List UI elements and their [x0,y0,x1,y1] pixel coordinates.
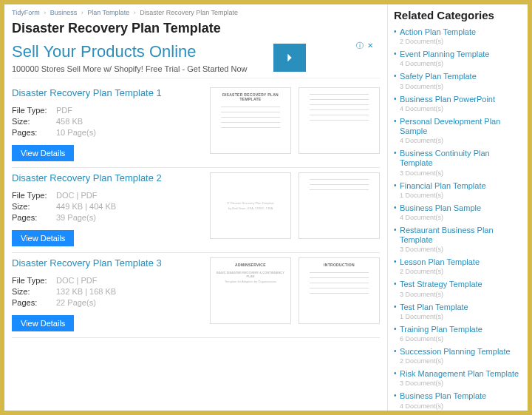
meta-label-filetype: File Type: [12,191,56,200]
category-link[interactable]: Test Plan Template [400,303,522,312]
ad-info-close[interactable]: ⓘ ✕ [356,41,374,51]
category-link[interactable]: Personal Development Plan Sample [400,117,522,136]
sidebar: Related Categories Action Plan Template2… [387,4,528,411]
category-item: Personal Development Plan Sample4 Docume… [394,117,522,144]
meta-value-filetype: DOC | PDF [56,191,97,200]
document-thumbnail[interactable]: DISASTER RECOVERY PLAN TEMPLATE [210,87,291,154]
meta-value-size: 458 KB [56,117,83,126]
category-item: Business Continuity Plan Template3 Docum… [394,149,522,176]
category-count: 2 Document(s) [400,357,522,365]
template-item: Disaster Recovery Plan Template 3 File T… [12,253,380,338]
thumb-text: by Red Team, USA, CRISC, CISA [228,206,273,210]
meta-value-size: 449 KB | 404 KB [56,202,116,211]
document-thumbnail[interactable] [299,172,380,239]
category-count: 4 Document(s) [400,105,522,112]
document-thumbnail[interactable]: INTRODUCTION [299,257,380,324]
category-count: 3 Document(s) [400,246,522,253]
category-count: 6 Document(s) [400,335,522,343]
meta-value-pages: 39 Page(s) [56,213,96,222]
thumb-sub: BASIC DISASTER RECOVERY & CONTINGENCY PL… [215,271,286,278]
breadcrumb: TidyForm › Business › Plan Template › Di… [12,9,380,16]
category-list: Action Plan Template2 Document(s)Event P… [394,27,522,411]
meta-label-size: Size: [12,287,56,296]
meta-label-pages: Pages: [12,213,56,222]
meta-value-pages: 10 Page(s) [56,128,96,137]
sidebar-heading: Related Categories [394,9,522,21]
category-count: 3 Document(s) [400,379,522,387]
category-item: Safety Plan Template3 Document(s) [394,72,522,90]
category-count: 3 Document(s) [400,291,522,298]
category-count: 2 Document(s) [400,268,522,275]
document-thumbnail[interactable] [299,87,380,154]
view-details-button[interactable]: View Details [12,315,74,331]
thumb-title: ADMINSERVICE [235,263,266,267]
category-count: 4 Document(s) [400,402,522,410]
category-link[interactable]: Lesson Plan Template [400,257,522,267]
thumb-title: IT Disaster Recovery Plan Template [227,201,274,205]
category-link[interactable]: Action Plan Template [400,27,522,37]
thumb-title: INTRODUCTION [304,263,375,267]
document-thumbnail[interactable]: IT Disaster Recovery Plan Template by Re… [210,172,291,239]
meta-label-pages: Pages: [12,128,56,137]
category-link[interactable]: Business Plan Sample [400,203,522,213]
crumb-current: Disaster Recovery Plan Template [140,9,238,16]
category-count: 4 Document(s) [400,60,522,67]
category-link[interactable]: Business Continuity Plan Template [400,149,522,168]
category-link[interactable]: Business Plan PowerPoint [400,95,522,104]
category-item: Training Plan Template6 Document(s) [394,325,522,343]
ad-arrow-button[interactable] [273,44,306,72]
category-link[interactable]: Safety Plan Template [400,72,522,81]
category-link[interactable]: Restaurant Business Plan Template [400,226,522,245]
category-item: Business Plan PowerPoint4 Document(s) [394,95,522,112]
category-item: Succession Planning Template2 Document(s… [394,347,522,365]
template-title-link[interactable]: Disaster Recovery Plan Template 2 [12,172,202,183]
meta-label-size: Size: [12,117,56,126]
thumb-title: DISASTER RECOVERY PLAN TEMPLATE [215,92,286,101]
main-content: TidyForm › Business › Plan Template › Di… [4,4,387,411]
category-link[interactable]: Business Plan Template [400,391,522,401]
category-link[interactable]: Test Strategy Template [400,280,522,289]
category-item: Business Plan Sample4 Document(s) [394,203,522,221]
category-item: Restaurant Business Plan Template3 Docum… [394,226,522,253]
category-count: 1 Document(s) [400,192,522,199]
category-count: 2 Document(s) [400,38,522,45]
view-details-button[interactable]: View Details [12,145,74,161]
category-item: Action Plan Template2 Document(s) [394,27,522,45]
template-title-link[interactable]: Disaster Recovery Plan Template 1 [12,87,202,98]
category-link[interactable]: Event Planning Template [400,50,522,59]
category-count: 4 Document(s) [400,214,522,221]
category-link[interactable]: Training Plan Template [400,325,522,334]
category-item: Test Plan Template1 Document(s) [394,303,522,320]
ad-subtext: 100000 Stores Sell More w/ Shopify! Free… [12,64,380,73]
view-details-button[interactable]: View Details [12,230,74,246]
meta-value-pages: 22 Page(s) [56,298,96,307]
ad-box[interactable]: ⓘ ✕ Sell Your Products Online 100000 Sto… [12,39,380,78]
category-count: 3 Document(s) [400,169,522,177]
crumb-plan-template[interactable]: Plan Template [87,9,129,16]
category-item: Event Planning Template4 Document(s) [394,50,522,67]
thumb-text: Template for Adoption by Organizations [225,280,276,283]
page-title: Disaster Recovery Plan Template [12,21,380,36]
category-item: Business Plan Template4 Document(s) [394,391,522,409]
category-item: Test Strategy Template3 Document(s) [394,280,522,297]
category-item: Financial Plan Template1 Document(s) [394,181,522,199]
category-count: 1 Document(s) [400,313,522,320]
crumb-home[interactable]: TidyForm [12,9,40,16]
meta-value-filetype: PDF [56,106,72,115]
meta-label-filetype: File Type: [12,276,56,285]
category-link[interactable]: Risk Management Plan Template [400,369,522,379]
meta-label-pages: Pages: [12,298,56,307]
meta-value-filetype: DOC | PDF [56,276,97,285]
template-item: Disaster Recovery Plan Template 1 File T… [12,83,380,168]
meta-value-size: 132 KB | 168 KB [56,287,116,296]
ad-headline: Sell Your Products Online [12,42,380,61]
crumb-business[interactable]: Business [50,9,78,16]
category-link[interactable]: Financial Plan Template [400,181,522,191]
chevron-right-icon [284,52,296,64]
template-item: Disaster Recovery Plan Template 2 File T… [12,168,380,253]
template-title-link[interactable]: Disaster Recovery Plan Template 3 [12,257,202,269]
document-thumbnail[interactable]: ADMINSERVICE BASIC DISASTER RECOVERY & C… [210,257,291,324]
category-link[interactable]: Succession Planning Template [400,347,522,357]
meta-label-size: Size: [12,202,56,211]
category-count: 3 Document(s) [400,83,522,90]
